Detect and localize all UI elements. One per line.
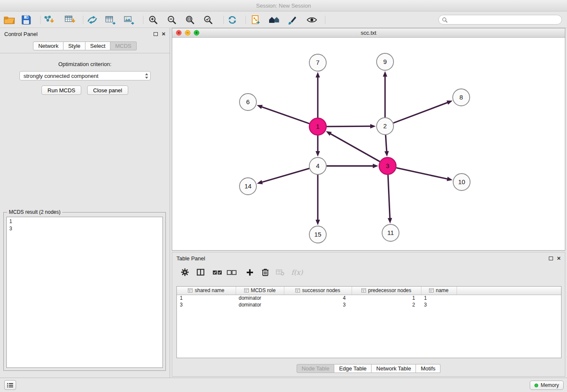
control-panel-title: Control Panel [4, 31, 38, 37]
table-tab-node-table[interactable]: Node Table [297, 364, 335, 373]
close-mcds-panel-button[interactable]: Close panel [87, 86, 128, 95]
graph-edge-2-3[interactable] [385, 135, 387, 152]
edge-arrowhead [447, 177, 453, 181]
graph-node-label: 8 [460, 94, 463, 101]
memory-status-icon [534, 384, 538, 387]
close-panel-button[interactable]: × [162, 32, 165, 36]
deselect-all-columns-button[interactable] [226, 266, 237, 278]
network-canvas[interactable]: 7968124314101511 [172, 38, 565, 250]
graph-node-label: 9 [383, 58, 387, 65]
table-panel-header: Table Panel × [172, 252, 565, 264]
window-close-button[interactable]: × [176, 30, 182, 36]
refresh-icon [227, 15, 237, 25]
export-image-icon [124, 15, 135, 25]
save-session-button[interactable] [20, 14, 33, 26]
edge-arrowhead [388, 218, 392, 224]
zoom-selected-icon [203, 15, 213, 25]
search-field[interactable] [438, 15, 562, 25]
graph-edge-3-11[interactable] [388, 175, 390, 219]
refresh-layout-button[interactable] [226, 14, 239, 26]
create-column-button[interactable] [244, 266, 255, 278]
open-in-cytoscape-web-button[interactable] [250, 14, 262, 26]
unchecked-boxes-icon [227, 270, 237, 275]
trash-icon [261, 268, 269, 276]
column-header-shared-name[interactable]: shared name [177, 287, 236, 295]
import-table-button[interactable] [63, 14, 76, 26]
home-button[interactable] [268, 14, 281, 26]
memory-button[interactable]: Memory [530, 381, 564, 390]
graph-node-label: 7 [316, 59, 319, 66]
table-row[interactable]: 3dominator323 [177, 301, 561, 308]
import-network-button[interactable] [42, 14, 55, 26]
zoom-fit-button[interactable] [184, 14, 196, 26]
mcds-result-text[interactable]: 1 3 [6, 217, 163, 368]
cell-predecessor-nodes: 1 [352, 295, 421, 301]
export-image-button[interactable] [123, 14, 135, 26]
graph-node-label: 6 [246, 98, 250, 105]
column-header-predecessor-nodes[interactable]: predecessor nodes [352, 287, 421, 295]
network-window-titlebar[interactable]: × − + scc.txt [172, 28, 565, 38]
column-header-MCDS-role[interactable]: MCDS role [236, 287, 284, 295]
delete-column-button[interactable] [260, 266, 271, 278]
column-header-name[interactable]: name [421, 287, 457, 295]
zoom-out-icon [167, 15, 177, 25]
column-attribute-icon [295, 288, 300, 293]
export-table-icon [105, 15, 116, 25]
status-bar: Memory [0, 378, 567, 392]
window-title-bar: Session: New Session [0, 0, 567, 11]
export-network-icon [87, 15, 98, 25]
edge-arrowhead [383, 71, 387, 77]
control-tab-style[interactable]: Style [63, 41, 85, 50]
window-minimize-button[interactable]: − [185, 30, 190, 36]
edge-arrowhead [316, 151, 320, 157]
memory-label: Memory [541, 382, 559, 388]
folder-open-icon [4, 15, 15, 25]
control-tab-network[interactable]: Network [33, 41, 63, 50]
graph-edge-1-6[interactable] [261, 107, 309, 124]
float-table-panel-button[interactable] [549, 257, 553, 260]
graph-node-label: 11 [387, 229, 394, 236]
graph-edge-1-2[interactable] [327, 126, 371, 127]
export-table-button[interactable] [104, 14, 117, 26]
plus-icon [246, 269, 253, 276]
node-table-container[interactable]: shared nameMCDS rolesuccessor nodesprede… [176, 286, 561, 358]
control-panel-tabs: NetworkStyleSelectMCDS [0, 41, 170, 50]
control-tab-mcds[interactable]: MCDS [110, 41, 136, 50]
zoom-out-button[interactable] [165, 14, 178, 26]
control-tab-select[interactable]: Select [85, 41, 110, 50]
graph-edge-2-8[interactable] [394, 102, 448, 123]
delete-table-button[interactable] [275, 266, 286, 278]
column-header-successor-nodes[interactable]: successor nodes [284, 287, 352, 295]
table-tab-motifs[interactable]: Motifs [416, 364, 440, 373]
graph-edge-4-14[interactable] [261, 168, 309, 182]
columns-icon [197, 269, 204, 276]
network-graph[interactable]: 7968124314101511 [172, 38, 565, 250]
delete-table-icon [276, 269, 284, 276]
run-mcds-button[interactable]: Run MCDS [41, 86, 81, 95]
cell-predecessor-nodes: 2 [352, 301, 421, 308]
cell-name: 3 [421, 301, 457, 308]
table-options-button[interactable] [179, 266, 190, 278]
show-columns-button[interactable] [195, 266, 206, 278]
table-row[interactable]: 1dominator411 [177, 295, 561, 301]
close-table-panel-button[interactable]: × [557, 256, 561, 260]
search-input[interactable] [450, 16, 561, 24]
table-tab-edge-table[interactable]: Edge Table [334, 364, 372, 373]
graph-edge-3-10[interactable] [396, 168, 448, 179]
float-panel-button[interactable] [154, 32, 158, 36]
open-session-button[interactable] [3, 14, 16, 26]
export-network-button[interactable] [86, 14, 99, 26]
graph-node-label: 1 [316, 123, 319, 130]
optimization-criterion-select[interactable]: strongly connected component [19, 71, 151, 80]
function-builder-button[interactable]: f(x) [292, 266, 303, 278]
zoom-in-button[interactable] [147, 14, 160, 26]
window-zoom-button[interactable]: + [194, 30, 199, 36]
graph-edge-3-1[interactable] [330, 133, 380, 161]
show-hide-graphics-button[interactable] [306, 14, 318, 26]
apply-style-button[interactable] [286, 14, 299, 26]
list-icon [7, 383, 14, 388]
select-all-columns-button[interactable] [212, 266, 223, 278]
table-tab-network-table[interactable]: Network Table [372, 364, 416, 373]
show-panels-menu-button[interactable] [4, 380, 16, 390]
zoom-selected-button[interactable] [202, 14, 215, 26]
